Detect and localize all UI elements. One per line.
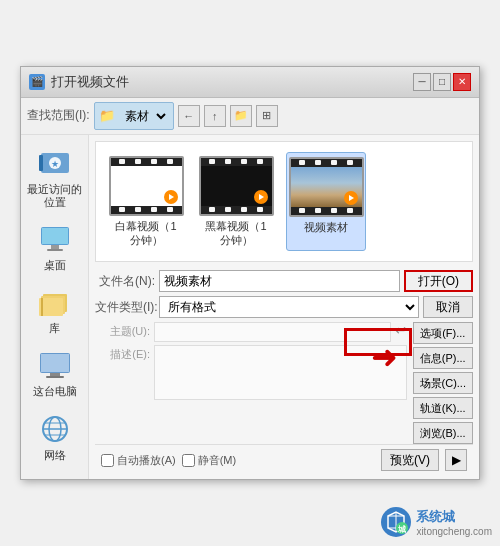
title-bar-left: 🎬 打开视频文件 <box>29 73 129 91</box>
sidebar-item-network[interactable]: 网络 <box>25 407 84 466</box>
film-strip-bottom <box>111 206 182 214</box>
film-hole <box>257 159 263 164</box>
film-hole <box>241 159 247 164</box>
play-ctrl-button[interactable]: ▶ <box>445 449 467 471</box>
cancel-button[interactable]: 取消 <box>423 296 473 318</box>
recent-label: 最近访问的位置 <box>27 183 82 209</box>
film-hole <box>347 208 353 213</box>
library-label: 库 <box>49 322 60 335</box>
film-hole <box>119 159 125 164</box>
watermark-sub: xitongcheng.com <box>416 526 492 537</box>
film-hole <box>331 160 337 165</box>
watermark-main: 系统城 <box>416 508 492 526</box>
film-strip-bottom <box>201 206 272 214</box>
mute-item: 静音(M) <box>182 453 237 468</box>
dialog-icon: 🎬 <box>29 74 45 90</box>
sidebar-item-desktop[interactable]: 桌面 <box>25 217 84 276</box>
film-hole <box>331 208 337 213</box>
film-thumb-white <box>109 156 184 216</box>
browse-button[interactable]: 浏览(B)... <box>413 422 473 444</box>
filetype-select[interactable]: 所有格式 <box>159 296 419 318</box>
info-button[interactable]: 信息(P)... <box>413 347 473 369</box>
title-bar: 🎬 打开视频文件 ─ □ ✕ <box>21 67 479 98</box>
open-video-dialog: 🎬 打开视频文件 ─ □ ✕ 查找范围(I): 📁 素材 ← ↑ 📁 ⊞ <box>20 66 480 481</box>
play-button-white[interactable] <box>164 190 178 204</box>
film-strip-bottom <box>291 207 362 215</box>
film-hole <box>135 159 141 164</box>
svg-rect-15 <box>46 376 64 378</box>
svg-rect-5 <box>51 245 59 249</box>
file-label-sky: 视频素材 <box>304 220 348 234</box>
filetype-label: 文件类型(I): <box>95 299 155 316</box>
main-area: ★ 最近访问的位置 桌面 <box>21 135 479 480</box>
maximize-button[interactable]: □ <box>433 73 451 91</box>
subject-label: 主题(U): <box>95 322 150 339</box>
sidebar-item-recent[interactable]: ★ 最近访问的位置 <box>25 141 84 213</box>
file-item-white[interactable]: 白幕视频（1分钟） <box>106 152 186 252</box>
arrow-annotation: ➜ <box>371 338 398 376</box>
scene-button[interactable]: 场景(C)... <box>413 372 473 394</box>
svg-rect-14 <box>50 373 60 376</box>
dialog-title: 打开视频文件 <box>51 73 129 91</box>
mute-checkbox[interactable] <box>182 454 195 467</box>
sidebar: ★ 最近访问的位置 桌面 <box>21 135 89 480</box>
clear-icon[interactable]: ↩ <box>395 322 407 338</box>
sidebar-item-computer[interactable]: 这台电脑 <box>25 343 84 402</box>
open-button[interactable]: 打开(O) <box>404 270 473 292</box>
film-hole <box>151 159 157 164</box>
close-button[interactable]: ✕ <box>453 73 471 91</box>
recent-icon: ★ <box>37 145 73 181</box>
options-button[interactable]: 选项(F)... <box>413 322 473 344</box>
auto-play-checkbox[interactable] <box>101 454 114 467</box>
two-col-area: 主题(U): ↩ 描述(E): 选项(F)... 信息(P) <box>95 322 473 444</box>
svg-rect-13 <box>41 354 69 372</box>
play-button-sky[interactable] <box>344 191 358 205</box>
file-item-sky[interactable]: 视频素材 <box>286 152 366 252</box>
minimize-button[interactable]: ─ <box>413 73 431 91</box>
film-thumb-black <box>199 156 274 216</box>
toolbar: 查找范围(I): 📁 素材 ← ↑ 📁 ⊞ <box>21 98 479 135</box>
desc-label: 描述(E): <box>95 345 150 362</box>
film-hole <box>209 159 215 164</box>
location-combo[interactable]: 素材 <box>117 105 169 127</box>
back-button[interactable]: ← <box>178 105 200 127</box>
film-strip-top <box>111 158 182 166</box>
up-button[interactable]: ↑ <box>204 105 226 127</box>
file-item-black[interactable]: 黑幕视频（1分钟） <box>196 152 276 252</box>
preview-button[interactable]: 预览(V) <box>381 449 439 471</box>
sidebar-item-library[interactable]: 库 <box>25 280 84 339</box>
svg-text:★: ★ <box>51 159 59 169</box>
view-button[interactable]: ⊞ <box>256 105 278 127</box>
film-hole <box>119 207 125 212</box>
filename-input[interactable] <box>159 270 400 292</box>
file-browser[interactable]: 白幕视频（1分钟） <box>95 141 473 263</box>
film-strip-top <box>291 159 362 167</box>
play-button-black[interactable] <box>254 190 268 204</box>
play-triangle <box>349 195 354 201</box>
film-hole <box>209 207 215 212</box>
mute-label: 静音(M) <box>198 453 237 468</box>
subject-input[interactable] <box>154 322 391 342</box>
film-hole <box>299 208 305 213</box>
film-hole <box>257 207 263 212</box>
film-thumb-sky <box>289 157 364 217</box>
svg-rect-7 <box>42 228 68 244</box>
content-area: 白幕视频（1分钟） <box>89 135 479 480</box>
film-hole <box>135 207 141 212</box>
desc-textarea[interactable] <box>154 345 407 400</box>
auto-play-label: 自动播放(A) <box>117 453 176 468</box>
film-hole <box>241 207 247 212</box>
bottom-section: 文件名(N): 打开(O) 文件类型(I): 所有格式 取消 <box>89 266 479 479</box>
svg-text:城: 城 <box>397 525 407 534</box>
window-controls: ─ □ ✕ <box>413 73 471 91</box>
svg-rect-6 <box>47 249 63 251</box>
auto-play-item: 自动播放(A) <box>101 453 176 468</box>
desc-row: 描述(E): <box>95 345 407 400</box>
desktop-label: 桌面 <box>44 259 66 272</box>
film-hole <box>347 160 353 165</box>
computer-label: 这台电脑 <box>33 385 77 398</box>
svg-rect-1 <box>39 155 43 171</box>
location-label: 查找范围(I): <box>27 107 90 124</box>
new-folder-button[interactable]: 📁 <box>230 105 252 127</box>
track-button[interactable]: 轨道(K)... <box>413 397 473 419</box>
